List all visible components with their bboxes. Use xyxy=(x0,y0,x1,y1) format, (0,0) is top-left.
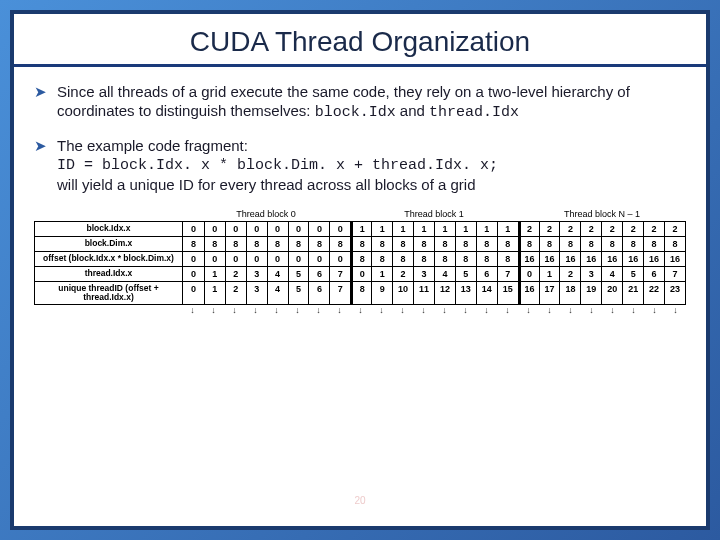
table-cell: 0 xyxy=(183,282,204,305)
bullet-2-post: will yield a unique ID for every thread … xyxy=(57,176,476,193)
table-cell: 11 xyxy=(413,282,434,305)
table-cell: 8 xyxy=(497,237,518,251)
table-cell: 8 xyxy=(580,237,601,251)
table-cell: 7 xyxy=(329,282,350,305)
table-cell: 8 xyxy=(643,237,664,251)
table-cell: 17 xyxy=(539,282,560,305)
table-cell: 8 xyxy=(539,237,560,251)
table-cell: 16 xyxy=(601,252,622,266)
down-arrow-icon: ↓ xyxy=(581,305,602,315)
table-cell: 16 xyxy=(622,252,643,266)
table-cell: 1 xyxy=(392,222,413,236)
table-cell: 1 xyxy=(413,222,434,236)
table-cell: 2 xyxy=(622,222,643,236)
down-arrow-icon: ↓ xyxy=(287,305,308,315)
table-cell: 4 xyxy=(267,282,288,305)
down-arrow-icon: ↓ xyxy=(224,305,245,315)
table-cell: 8 xyxy=(434,237,455,251)
table-cell: 3 xyxy=(580,267,601,281)
table-cell: 0 xyxy=(246,222,267,236)
table-cell: 1 xyxy=(371,222,392,236)
page-title: CUDA Thread Organization xyxy=(34,26,686,58)
down-arrow-icon: ↓ xyxy=(308,305,329,315)
down-arrow-icon: ↓ xyxy=(245,305,266,315)
bullet-arrow-icon: ➤ xyxy=(34,83,47,123)
table-cell: 21 xyxy=(622,282,643,305)
table-cell: 5 xyxy=(622,267,643,281)
down-arrow-icon: ↓ xyxy=(623,305,644,315)
down-arrow-icon: ↓ xyxy=(329,305,350,315)
table-cell: 3 xyxy=(246,267,267,281)
bullet-2: ➤ The example code fragment: ID = block.… xyxy=(34,137,686,195)
table-cell: 20 xyxy=(601,282,622,305)
table-cell: 8 xyxy=(434,252,455,266)
table-cell: 8 xyxy=(392,252,413,266)
row-header: unique threadID (offset + thread.Idx.x) xyxy=(35,281,183,305)
table-cell: 7 xyxy=(664,267,685,281)
bullet-1: ➤ Since all threads of a grid execute th… xyxy=(34,83,686,123)
table-cell: 23 xyxy=(664,282,685,305)
table-cell: 8 xyxy=(476,252,497,266)
bullet-1-code2: thread.Idx xyxy=(429,104,519,121)
down-arrow-icon: ↓ xyxy=(539,305,560,315)
row-header: thread.Idx.x xyxy=(35,266,183,281)
table-cell: 15 xyxy=(497,282,518,305)
bullet-2-pre: The example code fragment: xyxy=(57,137,248,154)
down-arrow-icon: ↓ xyxy=(560,305,581,315)
down-arrow-icon: ↓ xyxy=(350,305,371,315)
down-arrow-icon: ↓ xyxy=(434,305,455,315)
table-cell: 16 xyxy=(643,252,664,266)
table-cell: 0 xyxy=(518,267,539,281)
bullet-arrow-icon: ➤ xyxy=(34,137,47,195)
table-cell: 18 xyxy=(559,282,580,305)
table-cell: 2 xyxy=(225,267,246,281)
page-number: 20 xyxy=(14,495,706,506)
table-cell: 8 xyxy=(413,252,434,266)
table-cell: 2 xyxy=(580,222,601,236)
down-arrow-icon: ↓ xyxy=(497,305,518,315)
block-label-1: Thread block 1 xyxy=(350,209,518,221)
table-cell: 2 xyxy=(664,222,685,236)
table-cell: 0 xyxy=(183,252,204,266)
table-cell: 1 xyxy=(204,267,225,281)
down-arrow-icon: ↓ xyxy=(518,305,539,315)
table-cell: 0 xyxy=(308,222,329,236)
title-divider xyxy=(14,64,706,67)
down-arrow-icon: ↓ xyxy=(602,305,623,315)
table-cell: 12 xyxy=(434,282,455,305)
table-cell: 6 xyxy=(308,267,329,281)
table-cell: 0 xyxy=(225,252,246,266)
table-cell: 2 xyxy=(539,222,560,236)
table-cell: 1 xyxy=(476,222,497,236)
table-cell: 4 xyxy=(267,267,288,281)
table-cell: 13 xyxy=(455,282,476,305)
table-cell: 22 xyxy=(643,282,664,305)
table-cell: 2 xyxy=(518,222,539,236)
table-cell: 0 xyxy=(246,252,267,266)
table-cell: 8 xyxy=(601,237,622,251)
table-cell: 8 xyxy=(455,237,476,251)
down-arrow-icon: ↓ xyxy=(413,305,434,315)
table-cell: 5 xyxy=(288,282,309,305)
table-cell: 0 xyxy=(267,252,288,266)
table-cell: 3 xyxy=(413,267,434,281)
table-cell: 1 xyxy=(455,222,476,236)
table-cell: 8 xyxy=(455,252,476,266)
table-cell: 5 xyxy=(288,267,309,281)
table-cell: 2 xyxy=(559,222,580,236)
table-cell: 19 xyxy=(580,282,601,305)
bullet-2-code: ID = block.Idx. x * block.Dim. x + threa… xyxy=(57,157,498,174)
block-label-0: Thread block 0 xyxy=(182,209,350,221)
table-cell: 8 xyxy=(476,237,497,251)
table-cell: 6 xyxy=(308,282,329,305)
table-cell: 0 xyxy=(350,267,371,281)
table-cell: 1 xyxy=(350,222,371,236)
table-cell: 8 xyxy=(350,252,371,266)
block-label-2: Thread block N – 1 xyxy=(518,209,686,221)
table-cell: 5 xyxy=(455,267,476,281)
table-cell: 16 xyxy=(518,252,539,266)
table-cell: 0 xyxy=(204,222,225,236)
table-cell: 8 xyxy=(497,252,518,266)
table-cell: 10 xyxy=(392,282,413,305)
table-cell: 2 xyxy=(643,222,664,236)
